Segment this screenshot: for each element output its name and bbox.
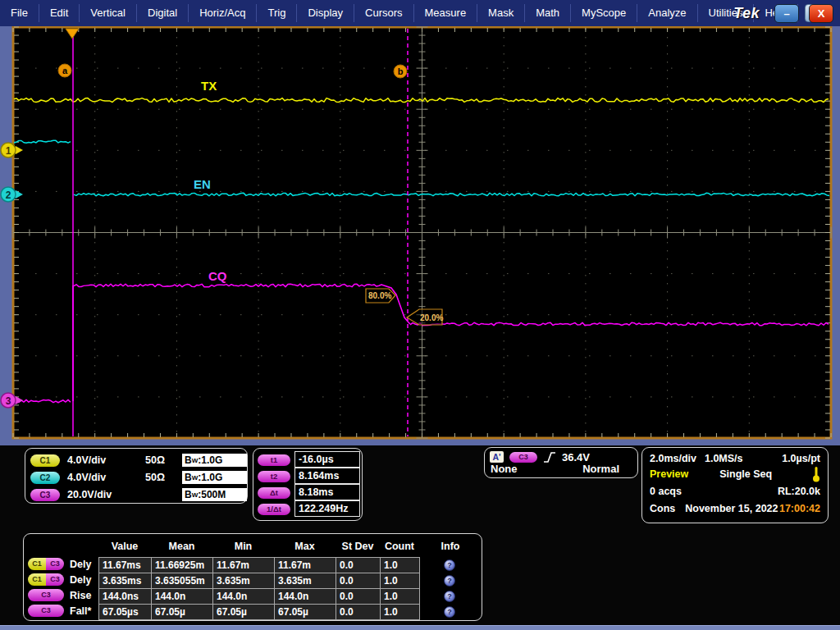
close-button[interactable]: X [809,4,833,23]
menu-item-edit[interactable]: Edit [39,4,80,22]
meas-name: Rise [70,590,91,601]
menu-item-mask[interactable]: Mask [477,4,525,22]
meas-info-icon[interactable]: ? [444,606,455,618]
menu-bar: FileEditVerticalDigitalHoriz/AcqTrigDisp… [0,0,840,26]
date-value: November 15, 2022 [685,503,778,514]
c3-pill[interactable]: C3 [30,489,60,501]
time-per-point: 1.0µs/pt [782,453,820,464]
bandwidth-box[interactable]: BW:1.0G [182,454,247,467]
menu-item-file[interactable]: File [0,4,39,22]
svg-text:1: 1 [6,145,11,157]
acquisition-status: Preview [650,468,688,480]
cursor-value: -16.0µs [294,451,360,468]
trigger-level: 36.4V [562,451,590,463]
cursor-readouts-box: t1-16.0µst28.164msΔt8.18ms1/Δt122.249Hz [253,448,363,521]
meas-cell: 11.67ms [98,557,152,573]
channel-scale: 4.0V/div [67,472,145,483]
menu-item-digital[interactable]: Digital [137,4,189,22]
minimize-button[interactable]: – [774,4,799,23]
bandwidth-box[interactable]: BW:1.0G [182,471,247,484]
cursor-value: 8.164ms [294,468,360,484]
menu-item-trig[interactable]: Trig [257,4,297,22]
trigger-channel-pill[interactable]: C3 [509,452,537,463]
channel-readouts-box: C14.0V/div50ΩBW:1.0GC24.0V/div50ΩBW:1.0G… [25,448,248,504]
bandwidth-box[interactable]: BW:500M [182,488,247,501]
c2-pill[interactable]: C2 [30,472,60,484]
waveform-display[interactable]: abTXENCQ80.0%20.0%123 [0,26,840,445]
c1-pill[interactable]: C1 [30,454,60,467]
meas-info-icon[interactable]: ? [444,575,455,587]
meas-header-max: Max [274,541,336,552]
trace-label-cq: CQ [208,269,227,283]
meas-cell: 11.67m [212,557,275,573]
trigger-readout-box: A' C3 36.4V None Normal [484,447,638,478]
cursor-pill: t1 [258,454,290,466]
acquisition-count: 0 acqs [650,486,682,497]
menu-item-cursors[interactable]: Cursors [354,4,414,22]
time-value: 17:00:42 [779,503,820,514]
meas-cell: 67.05µs [98,604,152,620]
menu-item-math[interactable]: Math [525,4,571,22]
meas-cell: 1.0 [380,588,420,605]
meas-cell: 0.0 [336,573,381,589]
meas-cell: 3.635m [274,573,336,589]
menu-item-myscope[interactable]: MyScope [571,4,637,22]
meas-info-icon[interactable]: ? [444,559,455,571]
meas-header-st-dev: St Dev [336,541,380,552]
taskbar-strip [0,625,840,630]
meas-header-value: Value [98,541,151,552]
svg-text:b: b [398,66,404,76]
meas-source-pill: C3 [28,605,64,617]
svg-text:2: 2 [6,189,11,201]
svg-text:a: a [62,66,68,75]
meas-cell: 144.0n [212,588,275,605]
cursor-pill: 1/Δt [258,504,290,515]
meas-cell: 3.635m [212,573,275,589]
trace-label-en: EN [194,177,211,191]
menu-item-measure[interactable]: Measure [414,4,478,22]
meas-cell: 67.05µ [151,604,213,620]
tek-logo: Tek [733,5,765,22]
meas-cell: 0.0 [336,588,381,605]
measurement-table-box: ValueMeanMinMaxSt DevCountInfoC1C3Dely11… [23,533,482,621]
menu-item-horiz-acq[interactable]: Horiz/Acq [189,4,257,22]
meas-info-icon[interactable]: ? [444,591,455,602]
cursor-pill: t2 [258,471,290,482]
meas-cell: 0.0 [336,557,381,573]
meas-cell: 67.05µ [274,604,336,620]
meas-cell: 144.0n [274,588,336,605]
meas-header-min: Min [212,541,274,552]
meas-cell: 3.635ms [98,573,152,589]
meas-header-mean: Mean [151,541,212,552]
menu-item-vertical[interactable]: Vertical [80,4,137,22]
meas-name: Fall* [70,605,91,617]
cursor-readout-row: t28.164ms [258,468,360,484]
meas-cell: 1.0 [380,557,420,573]
meas-header-info: Info [419,541,482,552]
cursor-pill: Δt [258,487,290,499]
channel-readout-c2: C24.0V/div50ΩBW:1.0G [30,470,247,485]
channel-scale: 20.0V/div [67,489,145,500]
meas-cell: 67.05µ [212,604,275,620]
cursor-readout-row: t1-16.0µs [258,452,360,468]
trigger-source-badge: A' [490,451,504,463]
svg-text:3: 3 [6,395,11,407]
meas-cell: 1.0 [380,573,420,589]
channel-readout-c3: C320.0V/divBW:500M [30,487,247,502]
meas-cell: 3.635055m [151,573,213,589]
trace-label-tx: TX [201,79,217,93]
meas-source-pill: C1C3 [28,573,64,586]
meas-cell: 1.0 [380,604,420,620]
menu-item-display[interactable]: Display [297,4,354,22]
svg-text:80.0%: 80.0% [368,291,391,300]
time-per-div: 2.0ms/div [650,453,696,464]
record-length: RL:20.0k [778,486,820,497]
meas-cell: 11.67m [274,557,336,573]
acquisition-mode: Single Seq [719,468,772,480]
menu-item-analyze[interactable]: Analyze [637,4,697,22]
cursor-value: 8.18ms [294,484,360,500]
meas-name: Dely [70,559,91,570]
meas-cell: 11.66925m [151,557,213,573]
cursor-readout-row: 1/Δt122.249Hz [258,501,360,517]
trigger-mode: None [491,463,518,475]
